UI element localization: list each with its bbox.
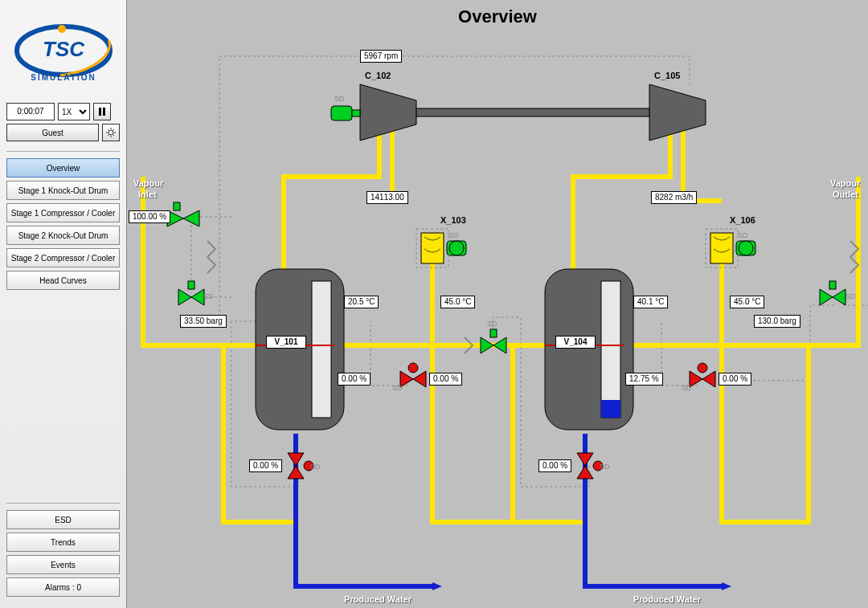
svg-rect-29: [174, 202, 180, 210]
drum-v104: [545, 269, 633, 430]
sd-cv-x106: SD: [682, 384, 692, 392]
svg-marker-34: [493, 337, 506, 353]
cv-x106[interactable]: [690, 363, 715, 387]
label-c102: C_102: [365, 71, 391, 80]
compressor-c102: [360, 84, 416, 141]
nav-stage2-cc[interactable]: Stage 2 Compressor / Cooler: [6, 248, 120, 267]
tag-mass1[interactable]: 14113.00: [366, 191, 408, 204]
cv-x103[interactable]: [400, 363, 426, 387]
tag-lvl-x106[interactable]: 0.00 %: [719, 373, 751, 386]
speed-select[interactable]: 1X: [58, 103, 90, 120]
tag-barg2[interactable]: 130.0 barg: [754, 315, 800, 328]
label-vapour-inlet-2: Inlet: [138, 190, 157, 199]
process-canvas: Overview: [127, 0, 868, 608]
label-vapour-inlet-1: Vapour: [133, 178, 163, 188]
sd-x103: SD: [448, 231, 459, 239]
svg-marker-37: [833, 289, 845, 305]
tsc-logo: TSC SIMULATION: [7, 14, 120, 87]
gear-icon: [105, 127, 117, 138]
tag-vol2[interactable]: 8282 m3/h: [651, 191, 697, 204]
svg-marker-30: [178, 289, 191, 305]
svg-rect-11: [352, 110, 360, 116]
compressor-c105: [649, 84, 706, 141]
tag-lvl-v101[interactable]: 0.00 %: [338, 373, 371, 386]
svg-marker-49: [577, 466, 593, 479]
nav-stage2-ko[interactable]: Stage 2 Knock-Out Drum: [6, 226, 120, 245]
nav-esd[interactable]: ESD: [6, 510, 120, 529]
svg-marker-40: [413, 371, 426, 387]
sd-x106: SD: [738, 231, 748, 239]
sd-c102: SD: [334, 95, 345, 103]
tag-t-v104[interactable]: 40.1 °C: [633, 296, 668, 308]
svg-marker-8: [360, 84, 416, 141]
sd-middle: SD: [487, 320, 497, 328]
tag-t-x106[interactable]: 45.0 °C: [730, 296, 764, 308]
sd-drain1: SD: [310, 463, 321, 471]
label-x106: X_106: [730, 215, 755, 225]
svg-rect-32: [188, 281, 194, 289]
cooler-x106: [706, 229, 738, 267]
svg-marker-33: [481, 337, 493, 353]
tag-rpm[interactable]: 5967 rpm: [360, 50, 402, 63]
user-button[interactable]: Guest: [6, 124, 99, 141]
svg-rect-24: [601, 281, 620, 418]
svg-point-5: [108, 130, 113, 135]
pause-icon: [99, 108, 105, 116]
svg-marker-9: [649, 84, 706, 141]
label-vapour-outlet-2: Outlet: [833, 190, 858, 199]
nav-stage1-ko[interactable]: Stage 1 Knock-Out Drum: [6, 181, 120, 200]
svg-text:SIMULATION: SIMULATION: [31, 73, 96, 82]
svg-point-15: [739, 241, 753, 255]
tag-lvl-x103[interactable]: 0.00 %: [429, 373, 462, 386]
motor-c102: [331, 106, 360, 120]
svg-marker-6: [432, 582, 442, 590]
pause-button[interactable]: [93, 103, 111, 120]
tagplate-v104: V_104: [555, 336, 596, 349]
svg-rect-35: [490, 329, 497, 337]
svg-text:TSC: TSC: [43, 37, 85, 61]
tag-lvl-v104[interactable]: 12.75 %: [625, 373, 663, 386]
svg-rect-10: [331, 106, 352, 120]
svg-marker-48: [577, 453, 593, 466]
nav-trends[interactable]: Trends: [6, 533, 120, 552]
settings-button[interactable]: [102, 124, 120, 141]
nav-overview[interactable]: Overview: [6, 158, 120, 178]
motor-x103: [447, 241, 466, 255]
tag-drain2[interactable]: 0.00 %: [538, 459, 571, 472]
valve-outlet[interactable]: [820, 281, 845, 305]
tag-inlet-pct[interactable]: 100.00 %: [129, 210, 170, 223]
drum-v101: [256, 269, 344, 430]
tag-drain1[interactable]: 0.00 %: [249, 459, 282, 472]
label-c105: C_105: [654, 71, 680, 80]
svg-marker-43: [702, 371, 715, 387]
svg-marker-46: [288, 466, 304, 479]
svg-rect-21: [312, 281, 331, 418]
cooler-x103: [416, 229, 448, 267]
nav-head-curves[interactable]: Head Curves: [6, 271, 120, 290]
label-pw2: Produced Water: [633, 594, 701, 604]
svg-point-41: [408, 363, 418, 373]
sd-cv-x103: SD: [392, 384, 403, 392]
label-x103: X_103: [440, 215, 466, 225]
tag-t-v101[interactable]: 20.5 °C: [344, 296, 379, 308]
tag-barg1[interactable]: 33.50 barg: [180, 315, 227, 328]
label-pw1: Produced Water: [344, 594, 411, 604]
svg-marker-7: [722, 582, 731, 590]
sd-drain2: SD: [600, 463, 610, 471]
shaft: [416, 108, 649, 116]
svg-point-44: [698, 363, 707, 373]
sim-time: 0:00:07: [6, 103, 55, 120]
valve-middle[interactable]: [481, 329, 506, 353]
sd-iso-left: SD: [203, 292, 214, 300]
svg-marker-36: [820, 289, 833, 305]
valve-inlet[interactable]: [167, 202, 199, 226]
nav-stage1-cc[interactable]: Stage 1 Compressor / Cooler: [6, 203, 120, 222]
sd-outlet: SD: [845, 292, 856, 300]
sidebar: TSC SIMULATION 0:00:07 1X Guest Overview…: [0, 0, 127, 608]
motor-x106: [736, 241, 755, 255]
svg-marker-28: [183, 210, 199, 226]
tag-t-x103[interactable]: 45.0 °C: [440, 296, 475, 308]
svg-marker-45: [288, 453, 304, 466]
nav-events[interactable]: Events: [6, 555, 120, 574]
nav-alarms[interactable]: Alarms : 0: [6, 577, 120, 597]
